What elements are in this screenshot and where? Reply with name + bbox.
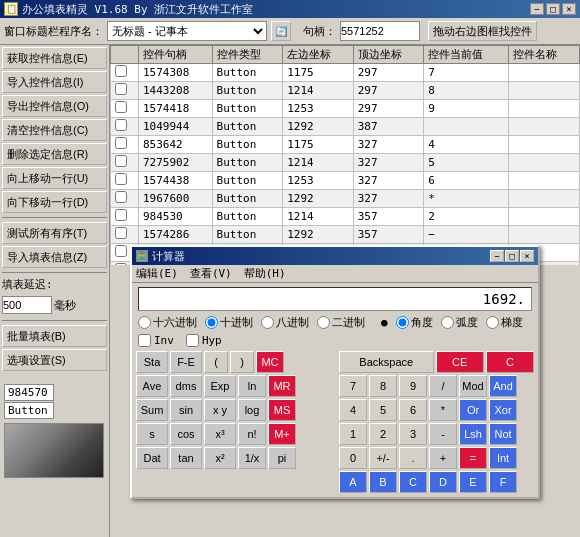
table-row[interactable]: 853642 Button 1175 327 4 <box>111 136 580 154</box>
btn-5[interactable]: 5 <box>369 399 397 421</box>
calc-menu-help[interactable]: 帮助(H) <box>244 266 286 281</box>
radio-dec[interactable]: 十进制 <box>205 315 253 330</box>
export-control-info-button[interactable]: 导出控件信息(O) <box>2 95 107 117</box>
btn-cparen[interactable]: ) <box>230 351 254 373</box>
table-row[interactable]: 1574438 Button 1253 327 6 <box>111 172 580 190</box>
calc-close-button[interactable]: × <box>520 250 534 262</box>
window-select[interactable]: 无标题 - 记事本 <box>107 21 267 41</box>
btn-b[interactable]: B <box>369 471 397 493</box>
btn-mr[interactable]: MR <box>268 375 296 397</box>
btn-7[interactable]: 7 <box>339 375 367 397</box>
clear-control-info-button[interactable]: 清空控件信息(C) <box>2 119 107 141</box>
option-settings-button[interactable]: 选项设置(S) <box>2 349 107 371</box>
minimize-button[interactable]: − <box>530 3 544 15</box>
table-row[interactable]: 984530 Button 1214 357 2 <box>111 208 580 226</box>
btn-and[interactable]: And <box>489 375 517 397</box>
close-button[interactable]: × <box>562 3 576 15</box>
table-row[interactable]: 1574286 Button 1292 357 − <box>111 226 580 244</box>
btn-backspace[interactable]: Backspace <box>339 351 434 373</box>
btn-cos[interactable]: cos <box>170 423 202 445</box>
btn-recip[interactable]: 1/x <box>238 447 266 469</box>
btn-1[interactable]: 1 <box>339 423 367 445</box>
btn-x2[interactable]: x² <box>204 447 236 469</box>
btn-fact[interactable]: n! <box>238 423 266 445</box>
btn-xy[interactable]: x y <box>204 399 236 421</box>
btn-ms[interactable]: MS <box>268 399 296 421</box>
btn-mc[interactable]: MC <box>256 351 284 373</box>
get-control-info-button[interactable]: 获取控件信息(E) <box>2 47 107 69</box>
calc-menu-view[interactable]: 查看(V) <box>190 266 232 281</box>
btn-d[interactable]: D <box>429 471 457 493</box>
delete-selected-button[interactable]: 删除选定信息(R) <box>2 143 107 165</box>
btn-mplus[interactable]: M+ <box>268 423 296 445</box>
radio-hex[interactable]: 十六进制 <box>138 315 197 330</box>
btn-0[interactable]: 0 <box>339 447 367 469</box>
btn-exp[interactable]: Exp <box>204 375 236 397</box>
btn-2[interactable]: 2 <box>369 423 397 445</box>
table-wrapper[interactable]: 控件句柄 控件类型 左边坐标 顶边坐标 控件当前值 控件名称 1574308 B… <box>110 45 580 265</box>
btn-ave[interactable]: Ave <box>136 375 168 397</box>
btn-dot[interactable]: . <box>399 447 427 469</box>
btn-xor[interactable]: Xor <box>489 399 517 421</box>
move-down-button[interactable]: 向下移动一行(D) <box>2 191 107 213</box>
check-inv[interactable]: Inv <box>138 334 174 347</box>
refresh-button[interactable]: 🔄 <box>271 21 291 41</box>
btn-not[interactable]: Not <box>489 423 517 445</box>
import-control-info-button[interactable]: 导入控件信息(I) <box>2 71 107 93</box>
radio-oct[interactable]: 八进制 <box>261 315 309 330</box>
delay-input[interactable] <box>2 296 52 314</box>
btn-ce[interactable]: CE <box>436 351 484 373</box>
table-row[interactable]: 1443208 Button 1214 297 8 <box>111 82 580 100</box>
btn-ln[interactable]: ln <box>238 375 266 397</box>
btn-sum[interactable]: Sum <box>136 399 168 421</box>
table-row[interactable]: 1049944 Button 1292 387 <box>111 118 580 136</box>
radio-bin[interactable]: 二进制 <box>317 315 365 330</box>
btn-lsh[interactable]: Lsh <box>459 423 487 445</box>
btn-pi[interactable]: pi <box>268 447 296 469</box>
btn-e[interactable]: E <box>459 471 487 493</box>
test-all-button[interactable]: 测试所有有序(T) <box>2 222 107 244</box>
table-row[interactable]: 1967600 Button 1292 327 * <box>111 190 580 208</box>
btn-sub[interactable]: - <box>429 423 457 445</box>
btn-c[interactable]: C <box>486 351 534 373</box>
btn-f[interactable]: F <box>489 471 517 493</box>
btn-dat[interactable]: Dat <box>136 447 168 469</box>
calc-minimize-button[interactable]: − <box>490 250 504 262</box>
btn-3[interactable]: 3 <box>399 423 427 445</box>
btn-x3[interactable]: x³ <box>204 423 236 445</box>
btn-mul[interactable]: * <box>429 399 457 421</box>
check-hyp[interactable]: Hyp <box>186 334 222 347</box>
btn-add[interactable]: + <box>429 447 457 469</box>
radio-radian[interactable]: 弧度 <box>441 315 478 330</box>
btn-sin[interactable]: sin <box>170 399 202 421</box>
import-fill-info-button[interactable]: 导入填表信息(Z) <box>2 246 107 268</box>
btn-8[interactable]: 8 <box>369 375 397 397</box>
move-up-button[interactable]: 向上移动一行(U) <box>2 167 107 189</box>
btn-9[interactable]: 9 <box>399 375 427 397</box>
btn-or[interactable]: Or <box>459 399 487 421</box>
radio-degree[interactable]: 角度 <box>396 315 433 330</box>
btn-plusminus[interactable]: +/- <box>369 447 397 469</box>
table-row[interactable]: 1574308 Button 1175 297 7 <box>111 64 580 82</box>
btn-tan[interactable]: tan <box>170 447 202 469</box>
radio-grad[interactable]: 梯度 <box>486 315 523 330</box>
handle-input[interactable] <box>340 21 420 41</box>
btn-sta[interactable]: Sta <box>136 351 168 373</box>
btn-s[interactable]: s <box>136 423 168 445</box>
btn-eq[interactable]: = <box>459 447 487 469</box>
btn-6[interactable]: 6 <box>399 399 427 421</box>
btn-mod[interactable]: Mod <box>459 375 487 397</box>
maximize-button[interactable]: □ <box>546 3 560 15</box>
btn-fe[interactable]: F-E <box>170 351 202 373</box>
btn-log[interactable]: log <box>238 399 266 421</box>
btn-4[interactable]: 4 <box>339 399 367 421</box>
drag-find-button[interactable]: 拖动右边图框找控件 <box>428 21 537 41</box>
btn-c-hex[interactable]: C <box>399 471 427 493</box>
calc-menu-edit[interactable]: 编辑(E) <box>136 266 178 281</box>
btn-int[interactable]: Int <box>489 447 517 469</box>
btn-dms[interactable]: dms <box>170 375 202 397</box>
table-row[interactable]: 7275902 Button 1214 327 5 <box>111 154 580 172</box>
calc-maximize-button[interactable]: □ <box>505 250 519 262</box>
table-row[interactable]: 1574418 Button 1253 297 9 <box>111 100 580 118</box>
btn-div[interactable]: / <box>429 375 457 397</box>
